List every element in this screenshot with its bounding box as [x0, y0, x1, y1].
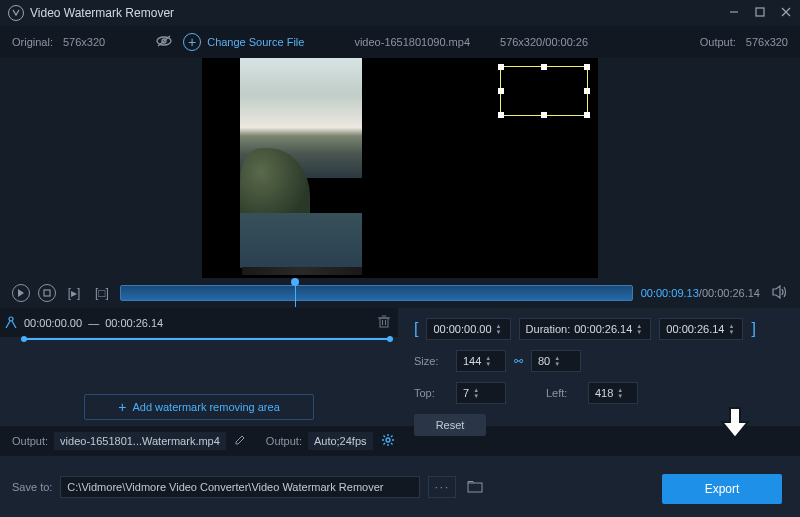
add-watermark-area-button[interactable]: + Add watermark removing area — [84, 394, 314, 420]
mid-section: 00:00:00.00 — 00:00:26.14 + Add watermar… — [0, 308, 800, 426]
footer-bar: Save to: C:\Vidmore\Vidmore Video Conver… — [0, 456, 800, 517]
output-pane — [400, 58, 598, 278]
output-settings-button[interactable] — [381, 433, 395, 449]
original-dims: 576x320 — [63, 36, 105, 48]
segment-start: 00:00:00.00 — [24, 317, 82, 329]
svg-line-11 — [12, 321, 16, 328]
left-label: Left: — [546, 387, 580, 399]
svg-line-12 — [6, 321, 10, 328]
set-out-button[interactable]: [□] — [92, 286, 112, 300]
svg-rect-8 — [44, 290, 50, 296]
output-label: Output: — [700, 36, 736, 48]
minimize-icon[interactable] — [728, 6, 740, 21]
plus-circle-icon: + — [183, 33, 201, 51]
current-time: 00:00:09.13 — [641, 287, 699, 299]
original-label: Original: — [12, 36, 53, 48]
app-title: Video Watermark Remover — [30, 6, 728, 20]
close-icon[interactable] — [780, 6, 792, 21]
left-input[interactable]: 418▲▼ — [588, 382, 638, 404]
maximize-icon[interactable] — [754, 6, 766, 21]
preview-area — [0, 58, 800, 278]
bracket-out-icon[interactable]: ] — [751, 320, 755, 338]
output-format-label: Output: — [266, 435, 302, 447]
output-file-label: Output: — [12, 435, 48, 447]
rename-output-button[interactable] — [234, 434, 246, 448]
svg-marker-7 — [18, 289, 24, 297]
time-range-row: [ 00:00:00.00▲▼ Duration:00:00:26.14▲▼ 0… — [414, 318, 784, 340]
segment-dash: — — [88, 317, 99, 329]
output-file-value[interactable]: video-1651801...Watermark.mp4 — [54, 432, 226, 450]
plus-icon: + — [118, 399, 126, 415]
open-folder-button[interactable] — [464, 476, 486, 498]
position-row: Top: 7▲▼ Left: 418▲▼ — [414, 382, 784, 404]
player-bar: [▸] [□] 00:00:09.13/00:00:26.14 — [0, 278, 800, 308]
size-row: Size: 144▲▼ ⚯ 80▲▼ — [414, 350, 784, 372]
watermark-selection-box[interactable] — [500, 66, 588, 116]
save-path-field[interactable]: C:\Vidmore\Vidmore Video Converter\Video… — [60, 476, 420, 498]
add-area-label: Add watermark removing area — [132, 401, 279, 413]
export-arrow-icon — [720, 406, 750, 440]
save-to-label: Save to: — [12, 481, 52, 493]
app-logo-icon — [8, 5, 24, 21]
source-dims-time: 576x320/00:00:26 — [500, 36, 588, 48]
title-bar: Video Watermark Remover — [0, 0, 800, 26]
volume-icon[interactable] — [772, 285, 788, 302]
step-forward-button[interactable]: [▸] — [64, 286, 84, 300]
stop-button[interactable] — [38, 284, 56, 302]
link-aspect-icon[interactable]: ⚯ — [514, 355, 523, 368]
browse-folder-button[interactable]: ··· — [428, 476, 456, 498]
segments-panel: 00:00:00.00 — 00:00:26.14 + Add watermar… — [0, 308, 398, 426]
video-preview[interactable] — [202, 58, 598, 278]
change-source-label: Change Source File — [207, 36, 304, 48]
original-pane — [202, 58, 400, 278]
segment-range-bar[interactable] — [24, 338, 390, 340]
width-input[interactable]: 144▲▼ — [456, 350, 506, 372]
visibility-toggle-icon[interactable] — [155, 34, 173, 50]
segment-icon — [4, 316, 18, 330]
top-input[interactable]: 7▲▼ — [456, 382, 506, 404]
playhead[interactable] — [295, 281, 296, 307]
output-format-value[interactable]: Auto;24fps — [308, 432, 373, 450]
segment-row[interactable]: 00:00:00.00 — 00:00:26.14 — [0, 308, 398, 348]
bracket-in-icon[interactable]: [ — [414, 320, 418, 338]
total-time: 00:00:26.14 — [702, 287, 760, 299]
top-label: Top: — [414, 387, 448, 399]
segment-end: 00:00:26.14 — [105, 317, 163, 329]
export-button[interactable]: Export — [662, 474, 782, 504]
svg-point-18 — [386, 438, 390, 442]
info-bar: Original: 576x320 + Change Source File v… — [0, 26, 800, 58]
source-filename: video-1651801090.mp4 — [354, 36, 470, 48]
start-time-input[interactable]: 00:00:00.00▲▼ — [426, 318, 510, 340]
svg-point-10 — [9, 317, 13, 321]
end-time-input[interactable]: 00:00:26.14▲▼ — [659, 318, 743, 340]
timeline-slider[interactable] — [120, 285, 633, 301]
delete-segment-button[interactable] — [378, 315, 390, 331]
svg-marker-9 — [773, 286, 780, 298]
size-label: Size: — [414, 355, 448, 367]
svg-rect-1 — [756, 8, 764, 16]
svg-rect-13 — [380, 318, 388, 327]
svg-rect-19 — [468, 483, 482, 492]
time-display: 00:00:09.13/00:00:26.14 — [641, 287, 760, 299]
output-dims: 576x320 — [746, 36, 788, 48]
change-source-button[interactable]: + Change Source File — [183, 33, 304, 51]
height-input[interactable]: 80▲▼ — [531, 350, 581, 372]
reset-button[interactable]: Reset — [414, 414, 486, 436]
duration-input[interactable]: Duration:00:00:26.14▲▼ — [519, 318, 652, 340]
play-button[interactable] — [12, 284, 30, 302]
